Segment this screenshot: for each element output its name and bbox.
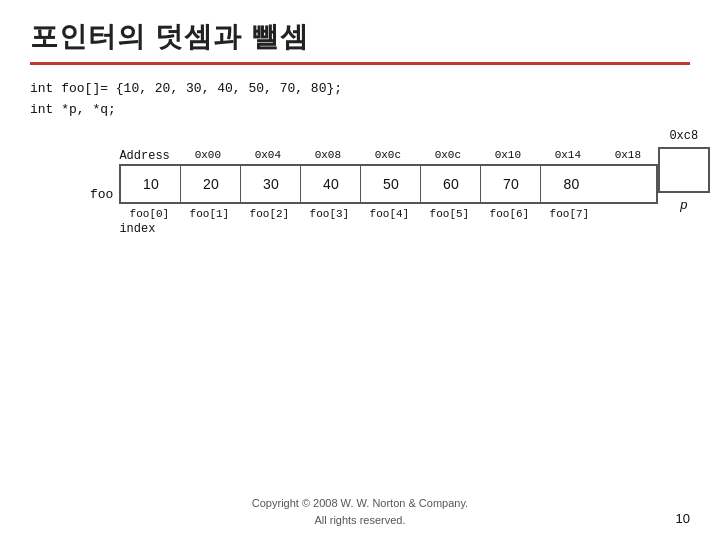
code-block: int foo[]= {10, 20, 30, 40, 50, 70, 80};…	[30, 79, 690, 121]
p-name-label: p	[680, 197, 687, 212]
addr-0: 0x00	[178, 149, 238, 161]
index-row: foo[0] foo[1] foo[2] foo[3] foo[4] foo[5…	[119, 208, 657, 220]
cell-3: 40	[301, 166, 361, 202]
footer-line1: Copyright © 2008 W. W. Norton & Company.	[252, 495, 468, 512]
idx-0: foo[0]	[119, 208, 179, 220]
cell-7: 80	[541, 166, 601, 202]
addr-6: 0x14	[538, 149, 598, 161]
cell-6: 70	[481, 166, 541, 202]
idx-3: foo[3]	[299, 208, 359, 220]
page: 포인터의 덧셈과 뺄셈 int foo[]= {10, 20, 30, 40, …	[0, 0, 720, 540]
pointers-section: 0xc8 p 0xe8 q	[658, 129, 720, 212]
idx-6: foo[6]	[479, 208, 539, 220]
array-table: Address 0x00 0x04 0x08 0x0c 0x0c 0x10 0x…	[119, 149, 657, 236]
address-label: Address	[119, 149, 169, 163]
addr-5: 0x10	[478, 149, 538, 161]
p-addr-label: 0xc8	[669, 129, 698, 143]
page-number: 10	[676, 511, 690, 526]
addr-1: 0x04	[238, 149, 298, 161]
foo-label: foo	[90, 177, 113, 213]
code-line-1: int foo[]= {10, 20, 30, 40, 50, 70, 80};	[30, 79, 690, 100]
cell-2: 30	[241, 166, 301, 202]
idx-7: foo[7]	[539, 208, 599, 220]
footer: Copyright © 2008 W. W. Norton & Company.…	[0, 495, 720, 528]
idx-4: foo[4]	[359, 208, 419, 220]
p-box	[658, 147, 710, 193]
addr-7: 0x18	[598, 149, 658, 161]
addr-3: 0x0c	[358, 149, 418, 161]
cell-4: 50	[361, 166, 421, 202]
idx-1: foo[1]	[179, 208, 239, 220]
foo-label-col: foo	[90, 149, 119, 213]
cell-5: 60	[421, 166, 481, 202]
addr-2: 0x08	[298, 149, 358, 161]
data-row: 10 20 30 40 50 60 70 80	[119, 164, 657, 204]
addr-4: 0x0c	[418, 149, 478, 161]
footer-text: Copyright © 2008 W. W. Norton & Company.…	[252, 495, 468, 528]
idx-2: foo[2]	[239, 208, 299, 220]
array-section: foo Address 0x00 0x04 0x08 0x0c 0x0c 0x1…	[90, 149, 658, 236]
address-row: 0x00 0x04 0x08 0x0c 0x0c 0x10 0x14 0x18	[178, 149, 658, 161]
cell-0: 10	[121, 166, 181, 202]
pointer-p-group: 0xc8 p	[658, 129, 710, 212]
page-title: 포인터의 덧셈과 뺄셈	[30, 18, 690, 65]
index-label: index	[119, 222, 657, 236]
cell-1: 20	[181, 166, 241, 202]
footer-line2: All rights reserved.	[252, 512, 468, 529]
code-line-2: int *p, *q;	[30, 100, 690, 121]
idx-5: foo[5]	[419, 208, 479, 220]
